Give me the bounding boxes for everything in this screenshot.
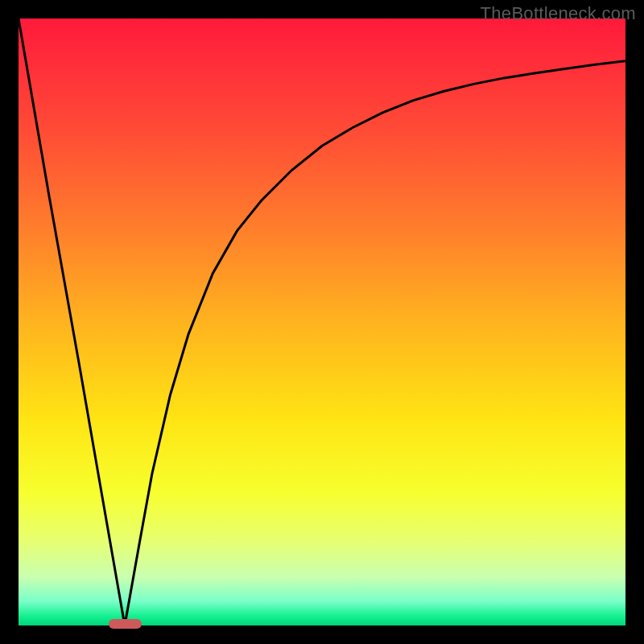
watermark-text: TheBottleneck.com — [481, 3, 636, 24]
plot-area — [19, 19, 625, 625]
bottleneck-marker — [109, 619, 142, 629]
right-branch-line — [125, 61, 625, 625]
curve-layer — [19, 19, 625, 625]
chart-frame: TheBottleneck.com — [0, 0, 644, 644]
left-branch-line — [19, 19, 125, 625]
